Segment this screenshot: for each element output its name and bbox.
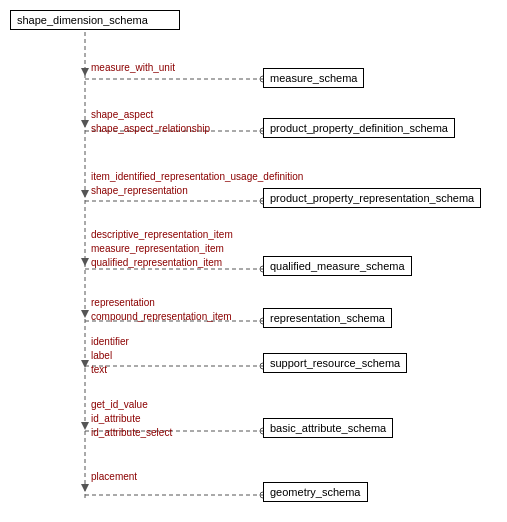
label-text: text xyxy=(91,363,129,377)
qualified-measure-schema-box: qualified_measure_schema xyxy=(263,256,412,276)
label-placement: placement xyxy=(91,470,137,484)
label-descriptive-representation-item: descriptive_representation_item xyxy=(91,228,233,242)
label-shape-representation: shape_representation xyxy=(91,184,303,198)
main-schema-box: shape_dimension_schema xyxy=(10,10,180,30)
label-group-1: measure_with_unit xyxy=(91,61,175,75)
svg-marker-7 xyxy=(81,422,89,430)
label-group-6: identifier label text xyxy=(91,335,129,377)
label-shape-aspect-relationship: shape_aspect_relationship xyxy=(91,122,210,136)
svg-marker-5 xyxy=(81,310,89,318)
diagram-container: shape_dimension_schema measure_schema pr… xyxy=(0,0,507,522)
label-shape-aspect: shape_aspect xyxy=(91,108,210,122)
label-item-identified: item_identified_representation_usage_def… xyxy=(91,170,303,184)
label-measure-representation-item: measure_representation_item xyxy=(91,242,233,256)
label-id-attribute: id_attribute xyxy=(91,412,172,426)
label-label: label xyxy=(91,349,129,363)
geometry-schema-box: geometry_schema xyxy=(263,482,368,502)
label-group-4: descriptive_representation_item measure_… xyxy=(91,228,233,270)
label-group-3: item_identified_representation_usage_def… xyxy=(91,170,303,198)
label-group-8: placement xyxy=(91,470,137,484)
label-group-7: get_id_value id_attribute id_attribute_s… xyxy=(91,398,172,440)
svg-marker-1 xyxy=(81,68,89,76)
label-get-id-value: get_id_value xyxy=(91,398,172,412)
label-id-attribute-select: id_attribute_select xyxy=(91,426,172,440)
product-property-definition-schema-box: product_property_definition_schema xyxy=(263,118,455,138)
label-qualified-representation-item: qualified_representation_item xyxy=(91,256,233,270)
label-group-2: shape_aspect shape_aspect_relationship xyxy=(91,108,210,136)
basic-attribute-schema-box: basic_attribute_schema xyxy=(263,418,393,438)
svg-marker-8 xyxy=(81,484,89,492)
label-representation: representation xyxy=(91,296,232,310)
connection-lines xyxy=(0,0,507,522)
measure-schema-box: measure_schema xyxy=(263,68,364,88)
representation-schema-box: representation_schema xyxy=(263,308,392,328)
label-identifier: identifier xyxy=(91,335,129,349)
svg-marker-2 xyxy=(81,120,89,128)
svg-marker-4 xyxy=(81,258,89,266)
support-resource-schema-box: support_resource_schema xyxy=(263,353,407,373)
svg-marker-3 xyxy=(81,190,89,198)
svg-marker-6 xyxy=(81,360,89,368)
label-measure-with-unit: measure_with_unit xyxy=(91,61,175,75)
label-compound-representation-item: compound_representation_item xyxy=(91,310,232,324)
label-group-5: representation compound_representation_i… xyxy=(91,296,232,324)
